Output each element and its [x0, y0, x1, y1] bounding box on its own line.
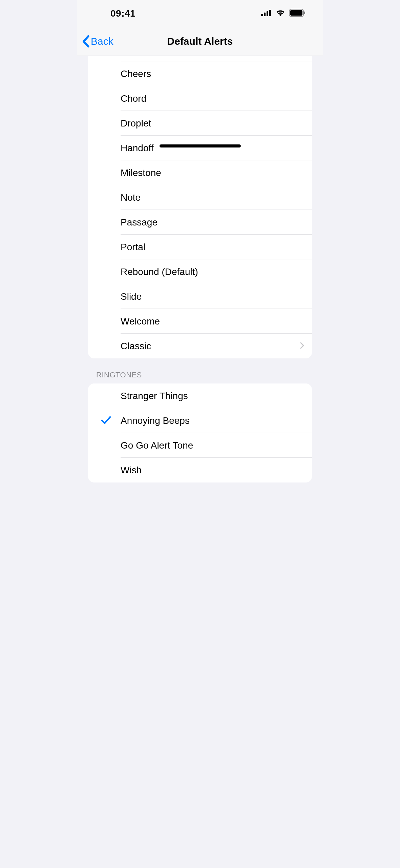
tone-welcome[interactable]: Welcome [88, 309, 312, 334]
status-bar: 09:41 [77, 0, 323, 27]
row-label: Classic [121, 341, 151, 352]
row-label: Passage [121, 217, 157, 228]
nav-bar: Back Default Alerts [77, 27, 323, 56]
wifi-icon [275, 9, 286, 18]
tone-rebound[interactable]: Rebound (Default) [88, 259, 312, 284]
ringtones-header: RINGTONES [77, 358, 323, 383]
chevron-left-icon [82, 35, 89, 47]
row-label: Cheers [121, 68, 151, 79]
svg-rect-2 [267, 11, 268, 16]
ringtone-wish[interactable]: Wish [88, 458, 312, 482]
row-label: Rebound (Default) [121, 267, 198, 277]
tone-slide[interactable]: Slide [88, 284, 312, 309]
ringtone-annoying-beeps[interactable]: Annoying Beeps [88, 408, 312, 433]
row-label: Note [121, 192, 141, 203]
row-label: Chord [121, 93, 146, 104]
ringtones-list: Stranger Things Annoying Beeps Go Go Ale… [88, 383, 312, 482]
status-icons [261, 9, 306, 18]
home-indicator[interactable] [160, 144, 241, 147]
row-label: Milestone [121, 167, 161, 178]
row-label: Welcome [121, 316, 160, 327]
cellular-signal-icon [261, 9, 272, 18]
svg-rect-6 [304, 12, 305, 14]
tone-note[interactable]: Note [88, 185, 312, 210]
page-title: Default Alerts [167, 36, 233, 47]
list-item-partial[interactable] [88, 56, 312, 61]
tone-cheers[interactable]: Cheers [88, 61, 312, 86]
row-label: Slide [121, 291, 142, 302]
back-label: Back [91, 36, 113, 47]
row-label: Go Go Alert Tone [121, 440, 193, 451]
svg-rect-5 [290, 10, 302, 16]
tone-portal[interactable]: Portal [88, 235, 312, 259]
alert-tones-list: Cheers Chord Droplet Handoff Milestone N… [88, 56, 312, 358]
row-label: Wish [121, 465, 142, 476]
svg-rect-1 [264, 13, 266, 16]
ringtone-stranger-things[interactable]: Stranger Things [88, 383, 312, 408]
tone-passage[interactable]: Passage [88, 210, 312, 235]
battery-icon [289, 9, 306, 18]
row-label: Stranger Things [121, 391, 188, 401]
status-time: 09:41 [93, 8, 135, 19]
back-button[interactable]: Back [82, 35, 113, 47]
tone-handoff[interactable]: Handoff [88, 136, 312, 160]
checkmark-icon [101, 416, 111, 426]
ringtone-go-go-alert-tone[interactable]: Go Go Alert Tone [88, 433, 312, 458]
row-label: Annoying Beeps [121, 415, 190, 426]
tone-droplet[interactable]: Droplet [88, 111, 312, 136]
row-label: Handoff [121, 143, 154, 154]
tone-classic[interactable]: Classic [88, 334, 312, 358]
row-label: Droplet [121, 118, 151, 129]
tone-milestone[interactable]: Milestone [88, 160, 312, 185]
tone-chord[interactable]: Chord [88, 86, 312, 111]
svg-rect-0 [261, 14, 263, 16]
chevron-right-icon [300, 341, 304, 351]
svg-rect-3 [269, 10, 271, 16]
row-label: Portal [121, 242, 145, 253]
